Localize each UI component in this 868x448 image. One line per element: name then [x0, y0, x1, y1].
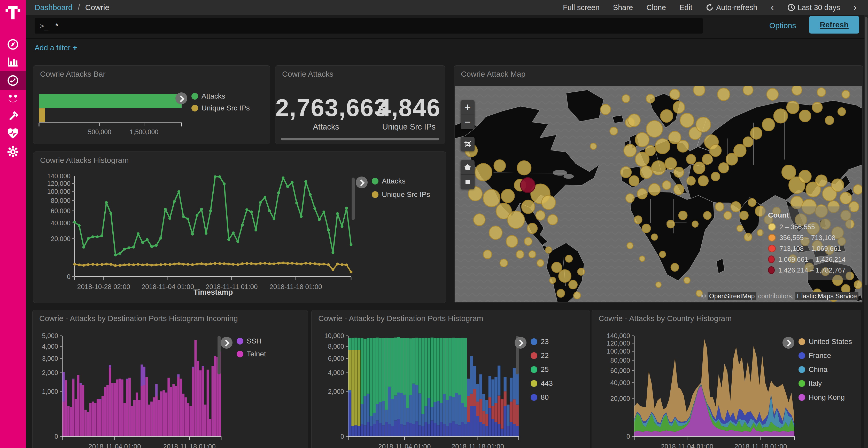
sidebar-item-monitoring[interactable]: [0, 126, 26, 142]
menu-item-clone[interactable]: Clone: [646, 3, 666, 12]
panel-country-histogram: Cowrie - Attacks by Country Histogram 02…: [592, 310, 861, 448]
legend-color-dot: [237, 351, 243, 357]
map-legend-dot: [768, 266, 775, 274]
svg-text:2,000: 2,000: [42, 369, 58, 376]
filter-bar: Add a filter+: [26, 38, 868, 55]
legend-item-ssh[interactable]: SSH: [237, 335, 266, 348]
panel-attack-map: Cowrie Attack Map + − Count: [454, 65, 863, 303]
world-map[interactable]: + − Count 2 – 356,555356,555 – 713,10871…: [455, 86, 862, 302]
legend-item-france[interactable]: France: [799, 349, 852, 363]
panel-title: Cowrie - Attacks by Destination Ports Hi…: [39, 314, 238, 323]
legend-label: China: [809, 366, 828, 374]
search-input[interactable]: >_ *: [35, 18, 703, 34]
zoom-out-button[interactable]: −: [461, 114, 474, 129]
legend-expand-button[interactable]: [221, 337, 232, 349]
svg-text:100,000: 100,000: [47, 188, 70, 195]
legend-item-22[interactable]: 22: [531, 349, 553, 363]
osm-link[interactable]: OpenStreetMap: [708, 292, 756, 300]
vertical-scrollbar[interactable]: [351, 177, 355, 220]
svg-text:60,000: 60,000: [611, 367, 630, 374]
map-legend-dot: [768, 234, 776, 242]
clock-icon: [787, 4, 795, 11]
legend-item-23[interactable]: 23: [531, 335, 553, 349]
legend-item-china[interactable]: China: [799, 363, 852, 377]
legend-expand-button[interactable]: [782, 337, 795, 349]
vertical-scrollbar[interactable]: [218, 336, 221, 374]
crop-bounds-button[interactable]: [461, 137, 474, 151]
legend-expand-button[interactable]: [176, 92, 187, 104]
options-link[interactable]: Options: [769, 21, 796, 30]
panel-attacks-metric: Cowrie Attacks 2,763,663 Attacks 4,846 U…: [275, 65, 445, 144]
time-range-picker[interactable]: Last 30 days: [787, 3, 840, 12]
metric-value: 2,763,663: [275, 94, 377, 122]
zoom-in-button[interactable]: +: [461, 100, 474, 114]
menu-item-share[interactable]: Share: [613, 3, 633, 12]
legend-label: Hong Kong: [809, 393, 845, 402]
time-prev-button[interactable]: ‹: [771, 2, 774, 13]
legend-item-443[interactable]: 443: [531, 377, 553, 390]
legend-item-unique-src-ips[interactable]: Unique Src IPs: [372, 188, 430, 201]
map-legend-dot: [768, 245, 776, 252]
attacks-bar-chart: 500,0001,500,000: [37, 90, 187, 138]
legend-color-dot: [237, 338, 243, 345]
menu-item-auto-refresh[interactable]: Auto-refresh: [706, 3, 757, 12]
legend-item-unique-src-ips[interactable]: Unique Src IPs: [191, 102, 250, 114]
polygon-tool-button[interactable]: [461, 160, 474, 174]
sidebar-item-discover[interactable]: [0, 36, 26, 53]
legend-label: 443: [541, 379, 553, 388]
svg-text:5,000: 5,000: [42, 332, 58, 339]
legend-color-dot: [531, 380, 537, 387]
legend: SSHTelnet: [237, 335, 266, 360]
metric-label: Attacks: [275, 122, 377, 132]
legend-item-telnet[interactable]: Telnet: [237, 348, 266, 360]
legend-item-25[interactable]: 25: [531, 363, 553, 377]
time-next-button[interactable]: ›: [854, 2, 857, 13]
svg-text:80,000: 80,000: [51, 197, 70, 204]
legend-color-dot: [531, 366, 537, 373]
svg-text:40,000: 40,000: [611, 379, 630, 386]
t-logo-icon: [5, 4, 21, 21]
map-legend: Count 2 – 356,555356,555 – 713,108713,10…: [762, 206, 851, 280]
chevron-right-icon: [784, 340, 792, 347]
svg-text:20,000: 20,000: [51, 235, 70, 242]
svg-text:0: 0: [626, 433, 630, 440]
sidebar: [0, 0, 26, 448]
legend-item-hong-kong[interactable]: Hong Kong: [799, 390, 852, 404]
sidebar-item-timelion[interactable]: [0, 91, 26, 107]
ems-link[interactable]: Elastic Maps Service: [796, 292, 859, 300]
svg-text:140,000: 140,000: [607, 332, 630, 339]
legend-color-dot: [191, 105, 198, 111]
sidebar-item-visualize[interactable]: [0, 54, 26, 70]
svg-text:0: 0: [67, 273, 70, 280]
legend-color-dot: [799, 380, 805, 387]
menu-item-full-screen[interactable]: Full screen: [563, 3, 599, 12]
map-legend-item: 713,108 – 1,069,661: [768, 243, 845, 254]
breadcrumb: Dashboard / Cowrie: [35, 3, 109, 12]
legend-item-attacks[interactable]: Attacks: [191, 90, 250, 102]
menu-item-edit[interactable]: Edit: [679, 3, 692, 12]
svg-text:10,000: 10,000: [324, 332, 344, 339]
map-legend-dot: [768, 255, 775, 263]
breadcrumb-dashboard-link[interactable]: Dashboard: [35, 3, 72, 12]
tmobile-logo[interactable]: [0, 0, 26, 25]
refresh-button[interactable]: Refresh: [809, 16, 859, 34]
page-scrollbar[interactable]: [864, 15, 868, 448]
legend-item-italy[interactable]: Italy: [799, 377, 852, 390]
legend-expand-button[interactable]: [515, 337, 526, 349]
legend-label: 25: [541, 366, 549, 374]
sidebar-item-dashboard[interactable]: [0, 71, 26, 90]
horizontal-scrollbar[interactable]: [281, 138, 439, 140]
legend-item-80[interactable]: 80: [531, 390, 553, 404]
x-axis-label: Timestamp: [193, 288, 233, 297]
compass-icon: [7, 38, 19, 50]
map-legend-item: 1,069,661 – 1,426,214: [768, 254, 845, 265]
map-legend-dot: [768, 223, 776, 231]
legend-expand-button[interactable]: [356, 176, 368, 188]
legend-item-united-states[interactable]: United States: [799, 335, 852, 349]
svg-text:2,000: 2,000: [328, 388, 344, 395]
legend-item-attacks[interactable]: Attacks: [372, 174, 430, 188]
sidebar-item-dev-tools[interactable]: [0, 108, 26, 125]
add-filter-button[interactable]: Add a filter+: [35, 43, 77, 53]
sidebar-item-management[interactable]: [0, 143, 26, 160]
rectangle-tool-button[interactable]: [461, 174, 474, 189]
